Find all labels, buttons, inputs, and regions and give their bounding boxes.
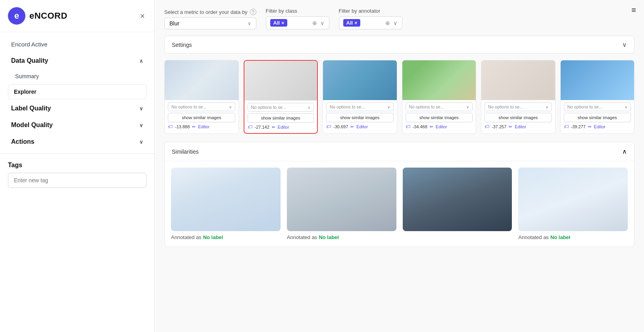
card-meta-5: 🏷 -37.257 ✏ Editor [481,122,555,133]
filter-class-settings-icon[interactable]: ⊕ [311,20,318,26]
hamburger-icon[interactable]: ≡ [631,6,636,14]
similarity-card-2 [403,168,512,240]
filter-class-chevron-icon[interactable]: ∨ [319,20,325,26]
sidebar-section-actions: Actions ∨ [0,133,154,150]
chevron-down-icon-metric: ∨ [248,21,251,26]
logo-area: e eNCORD [8,7,67,25]
card-select-5[interactable]: No options to se... ∨ [484,102,552,111]
card-show-similar-btn-2[interactable]: show similar images [248,113,314,123]
similarities-header[interactable]: Similarities ∧ [165,142,634,161]
card-editor-link-1[interactable]: Editor [198,124,210,129]
filter-annotator-label: Filter by annotator [339,8,402,14]
card-meta-4: 🏷 -34.468 ✏ Editor [402,122,476,133]
filter-annotator-settings-icon[interactable]: ⊕ [384,20,391,26]
card-select-4[interactable]: No options to se... ∨ [406,102,473,111]
sidebar-section-label-quality-header[interactable]: Label Quality ∨ [0,100,154,117]
sidebar-item-explorer[interactable]: Explorer [8,84,146,99]
sim-thumb-3 [518,168,628,231]
filter-annotator-controls: ⊕ ∨ [384,20,398,26]
card-tag-icon-1: 🏷 [168,124,173,129]
sim-label-0: Annotated as No label [171,234,281,240]
chevron-up-icon: ∧ [139,58,143,64]
filter-class-remove[interactable]: × [281,20,284,26]
image-card-6: No options to se... ∨ show similar image… [560,60,635,134]
settings-bar[interactable]: Settings ∨ [164,36,634,54]
card-score-5: -37.257 [492,124,506,129]
settings-bar-chevron-icon: ∨ [622,41,627,48]
filters-row: Select a metric to order your data by ? … [164,8,634,29]
sidebar-section-data-quality-header[interactable]: Data Quality ∧ [0,52,154,69]
card-select-chevron-3: ∨ [387,105,390,109]
sim-label-value-0: No label [203,234,223,240]
card-editor-link-4[interactable]: Editor [436,124,447,129]
similarity-card-0: Annotated as No label [171,168,281,240]
card-tag-icon-3: 🏷 [326,124,331,129]
filter-metric-help-icon[interactable]: ? [250,9,256,15]
similarities-grid: Annotated as No label Annotated as No la… [165,161,634,247]
filter-class-tag[interactable]: All × ⊕ ∨ [266,16,329,29]
card-pencil-icon-2: ✏ [272,125,275,130]
card-select-chevron-2: ∨ [308,105,310,110]
card-pencil-icon-3: ✏ [350,124,354,129]
card-editor-link-5[interactable]: Editor [515,124,526,129]
filter-class-badge: All × [270,19,288,27]
logo-text: eNCORD [29,11,67,21]
card-score-2: -27.142 [255,125,269,129]
card-tag-icon-2: 🏷 [248,124,252,130]
card-show-similar-btn-5[interactable]: show similar images [484,113,552,122]
sim-label-1: Annotated as No label [287,234,396,240]
card-meta-2: 🏷 -27.142 ✏ Editor [244,123,317,133]
tag-input[interactable] [8,173,146,188]
filter-metric-value: Blur [169,20,179,27]
card-show-similar-btn-3[interactable]: show similar images [326,113,394,122]
image-thumb-2 [244,61,317,100]
main-content: ≡ Select a metric to order your data by … [155,0,644,332]
card-select-chevron-5: ∨ [546,105,548,109]
sidebar-section-actions-label: Actions [11,138,35,145]
sidebar-item-summary[interactable]: Summary [0,69,154,83]
card-select-chevron-4: ∨ [466,105,469,109]
card-select-label-2: No options to se... [251,105,286,110]
logo-icon: e [8,7,25,25]
card-show-similar-btn-4[interactable]: show similar images [406,113,473,122]
card-tag-icon-4: 🏷 [406,124,410,129]
card-select-3[interactable]: No options to se... ∨ [326,102,394,111]
filter-annotator-badge: All × [343,19,361,27]
tags-section: Tags [0,157,154,196]
image-card-3: No options to se... ∨ show similar image… [323,60,397,134]
card-editor-link-3[interactable]: Editor [356,124,368,129]
filter-class-controls: ⊕ ∨ [311,20,325,26]
card-score-6: -39.277 [571,124,586,129]
settings-bar-label: Settings [172,42,192,48]
card-show-similar-btn-1[interactable]: show similar images [168,113,235,122]
close-button[interactable]: × [138,10,146,22]
filter-annotator-remove[interactable]: × [354,20,357,26]
sim-thumb-1 [287,168,396,231]
card-select-2[interactable]: No options to se... ∨ [248,103,314,112]
sidebar-section-label-quality-label: Label Quality [11,105,51,112]
similarities-title: Similarities [172,149,199,155]
chevron-down-icon-label: ∨ [139,106,143,112]
card-score-1: -13.888 [175,124,190,129]
filter-annotator-chevron-icon[interactable]: ∨ [392,20,398,26]
sidebar-item-encord-active[interactable]: Encord Active [0,36,154,52]
image-thumb-1 [165,60,238,100]
sidebar-header: e eNCORD × [0,0,154,32]
card-meta-6: 🏷 -39.277 ✏ Editor [561,122,634,133]
tags-title: Tags [8,162,146,169]
sim-label-value-1: No label [319,234,339,240]
filter-annotator-tag[interactable]: All × ⊕ ∨ [339,16,402,29]
filter-metric-select[interactable]: Blur ∨ [164,17,256,29]
card-editor-link-6[interactable]: Editor [594,124,606,129]
image-card-5: No options to se... ∨ show similar image… [481,60,556,134]
card-select-6[interactable]: No options to se... ∨ [564,102,631,111]
card-show-similar-btn-6[interactable]: show similar images [564,113,631,122]
filter-class-group: Filter by class All × ⊕ ∨ [266,8,329,29]
sim-label-value-3: No label [550,234,571,240]
sidebar-section-model-quality-header[interactable]: Model Quality ∨ [0,117,154,133]
card-select-1[interactable]: No options to se... ∨ [168,102,235,111]
sidebar-section-model-quality: Model Quality ∨ [0,117,154,133]
sidebar-section-actions-header[interactable]: Actions ∨ [0,133,154,150]
image-card-4: No options to se... ∨ show similar image… [402,60,477,134]
card-editor-link-2[interactable]: Editor [278,125,289,129]
